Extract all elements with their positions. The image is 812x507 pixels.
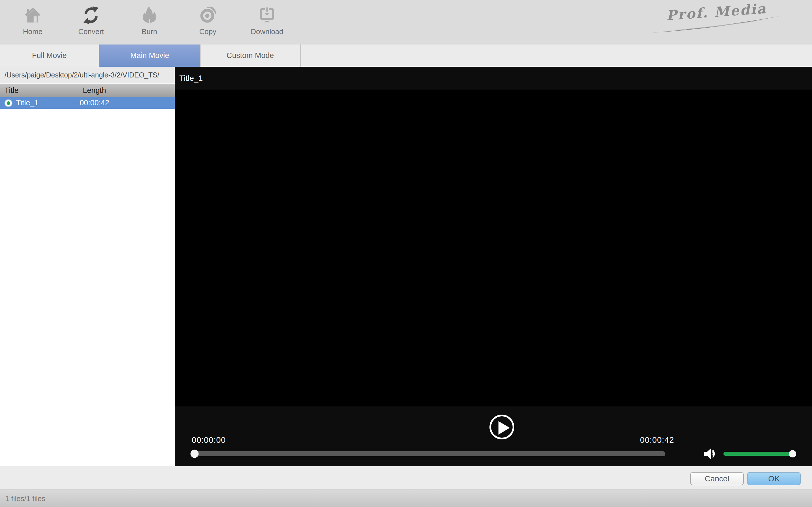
radio-selected-icon[interactable] [5,100,12,107]
toolbar-button-home[interactable]: Home [11,4,54,41]
player-title-bar: Title_1 [175,67,812,90]
column-header-title: Title [0,86,56,95]
app-window: Home Convert [0,0,812,507]
current-time: 00:00:00 [192,436,226,445]
home-icon [22,4,43,26]
tab-main-movie[interactable]: Main Movie [99,45,200,67]
row-length-text: 00:00:42 [56,99,133,107]
toolbar-button-convert[interactable]: Convert [70,4,112,41]
tab-label: Full Movie [32,51,66,60]
tab-label: Main Movie [130,51,169,60]
main-toolbar: Home Convert [0,0,812,45]
player-title-text: Title_1 [179,74,203,83]
toolbar-label: Download [251,27,283,36]
tab-full-movie[interactable]: Full Movie [0,45,99,67]
toolbar-label: Convert [78,27,104,36]
burn-icon [139,4,160,26]
column-header-length: Length [56,86,133,95]
footer-bar: Cancel OK [0,466,812,490]
total-time: 00:00:42 [640,436,671,445]
player-controls: 00:00:00 00:00:42 [175,406,812,466]
tab-label: Custom Mode [226,51,274,60]
source-path: /Users/paige/Desktop/2/ulti-angle-3/2/VI… [0,67,175,83]
toolbar-label: Home [23,27,42,36]
copy-icon [197,4,218,26]
play-button[interactable] [490,414,514,439]
mode-tabs: Full Movie Main Movie Custom Mode [0,45,812,67]
table-row-title-1[interactable]: Title_1 00:00:42 [0,97,175,109]
toolbar-label: Burn [142,27,157,36]
volume-fill [723,452,793,456]
tab-custom-mode[interactable]: Custom Mode [200,45,301,67]
volume-thumb[interactable] [789,450,796,457]
toolbar-button-download[interactable]: Download [246,4,288,41]
source-panel: /Users/paige/Desktop/2/ulti-angle-3/2/VI… [0,67,175,466]
seek-bar[interactable] [195,451,665,456]
volume-icon[interactable] [703,446,718,462]
download-icon [256,4,278,26]
preview-player: Title_1 00:00:00 00:00:42 [175,67,812,466]
ok-button[interactable]: OK [747,472,801,485]
toolbar-button-burn[interactable]: Burn [128,4,170,41]
play-icon [499,421,510,435]
video-surface [175,90,812,406]
volume-slider[interactable] [723,452,793,456]
cancel-button[interactable]: Cancel [690,472,744,485]
convert-icon [80,4,102,26]
toolbar-button-copy[interactable]: Copy [187,4,229,41]
toolbar-label: Copy [199,27,216,36]
title-list-header: Title Length [0,83,175,97]
status-bar: 1 files/1 files [0,490,812,507]
brand-logo: Prof. Media [649,0,786,45]
seek-thumb[interactable] [191,450,199,458]
file-count-text: 1 files/1 files [5,494,45,503]
row-title-text: Title_1 [16,99,56,107]
